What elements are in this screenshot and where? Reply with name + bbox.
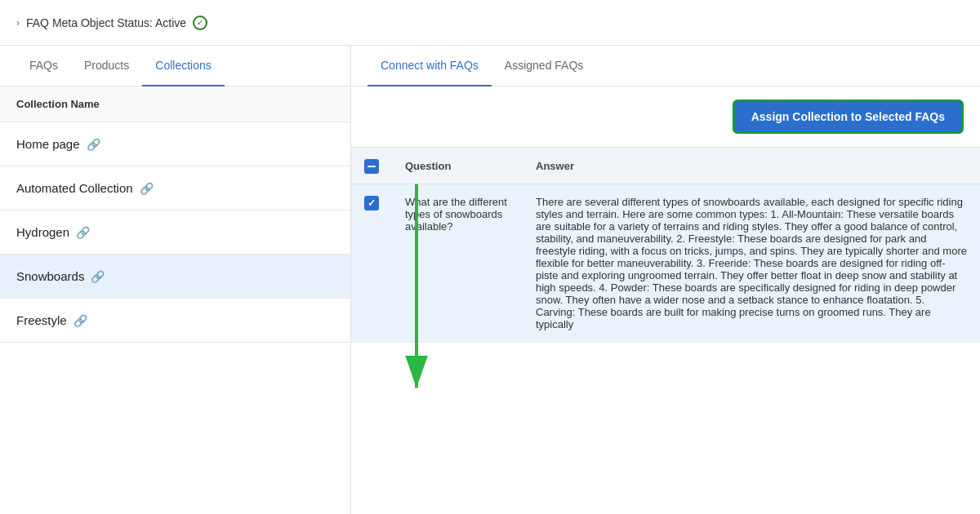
collection-name-homepage: Home page: [16, 137, 80, 151]
row-answer-cell: There are several different types of sno…: [523, 184, 980, 343]
collection-item-hydrogen[interactable]: Hydrogen 🔗: [0, 210, 350, 255]
link-icon-snowboards: 🔗: [91, 270, 105, 283]
collection-name-snowboards: Snowboards: [16, 269, 84, 283]
collection-list-header: Collection Name: [0, 86, 350, 122]
collection-name-automated: Automated Collection: [16, 181, 133, 195]
table-header-row: Question Answer: [351, 148, 980, 184]
select-all-checkbox[interactable]: [364, 159, 379, 174]
table-row: What are the different types of snowboar…: [351, 184, 980, 343]
check-circle-icon: ✓: [193, 16, 207, 30]
assign-button-area: Assign Collection to Selected FAQs: [351, 86, 980, 148]
top-bar-content: › FAQ Meta Object Status: Active ✓: [16, 16, 207, 30]
link-icon-hydrogen: 🔗: [76, 226, 90, 239]
collection-list: Collection Name Home page 🔗 Automated Co…: [0, 86, 350, 514]
tab-connect-with-faqs[interactable]: Connect with FAQs: [368, 46, 492, 86]
tab-assigned-faqs[interactable]: Assigned FAQs: [492, 46, 597, 86]
row-question-cell: What are the different types of snowboar…: [392, 184, 523, 343]
collection-item-homepage[interactable]: Home page 🔗: [0, 122, 350, 166]
link-icon-automated: 🔗: [140, 182, 154, 195]
faq-table: Question Answer What are the different t…: [351, 148, 980, 343]
row-checkbox[interactable]: [364, 196, 379, 210]
top-bar: › FAQ Meta Object Status: Active ✓: [0, 0, 980, 46]
right-tab-nav: Connect with FAQs Assigned FAQs: [351, 46, 980, 86]
status-badge: ✓: [193, 16, 207, 30]
sidebar-tab-nav: FAQs Products Collections: [0, 46, 350, 86]
chevron-right-icon: ›: [16, 17, 20, 29]
link-icon-homepage: 🔗: [87, 138, 100, 151]
collection-name-freestyle: Freestyle: [16, 313, 67, 327]
assign-collection-button[interactable]: Assign Collection to Selected FAQs: [733, 100, 964, 134]
header-question: Question: [392, 148, 523, 184]
faq-table-container: Question Answer What are the different t…: [351, 148, 980, 514]
sidebar: FAQs Products Collections Collection Nam…: [0, 46, 351, 514]
collection-name-hydrogen: Hydrogen: [16, 225, 69, 239]
collection-item-automated[interactable]: Automated Collection 🔗: [0, 166, 350, 210]
row-answer-text: There are several different types of sno…: [536, 196, 967, 330]
right-panel: Connect with FAQs Assigned FAQs Assign C…: [351, 46, 980, 514]
header-answer: Answer: [523, 148, 980, 184]
faq-status-label: FAQ Meta Object Status: Active: [26, 16, 186, 29]
tab-collections[interactable]: Collections: [142, 46, 224, 86]
main-layout: FAQs Products Collections Collection Nam…: [0, 46, 980, 514]
row-question-text: What are the different types of snowboar…: [405, 196, 507, 233]
collection-item-snowboards[interactable]: Snowboards 🔗: [0, 255, 350, 299]
row-checkbox-cell: [351, 184, 392, 343]
header-checkbox-col: [351, 148, 392, 184]
tab-products[interactable]: Products: [71, 46, 142, 86]
link-icon-freestyle: 🔗: [74, 314, 87, 327]
collection-item-freestyle[interactable]: Freestyle 🔗: [0, 299, 350, 343]
tab-faqs[interactable]: FAQs: [16, 46, 71, 86]
